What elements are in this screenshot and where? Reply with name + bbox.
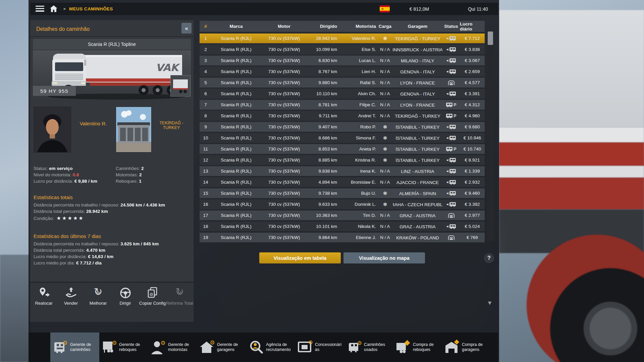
sell-icon — [57, 286, 85, 300]
nav-item-driver-manager[interactable]: ⚙Gerente de motoristas — [148, 333, 197, 362]
trailer-manager-icon: ⚙ — [101, 340, 117, 355]
truck-model-name: Scania R (RJL) Topline — [33, 39, 191, 50]
copy-config-button[interactable]: ⚙Copiar Config — [139, 286, 166, 322]
driver-name[interactable]: Valentino R. — [72, 121, 115, 126]
cell-brand: Scania R (RJL) — [212, 67, 261, 76]
truck-row-3[interactable]: 3Scania R (RJL)730 cv (537kW)6.830 kmLuc… — [200, 56, 485, 65]
parked-indicator: P — [453, 147, 456, 152]
cell-engine: 730 cv (537kW) — [261, 210, 308, 220]
truck-row-5[interactable]: 5Scania R (RJL)730 cv (537kW)9.880 kmRaf… — [200, 78, 485, 87]
menu-icon[interactable] — [36, 6, 44, 12]
truck-row-15[interactable]: 15Scania R (RJL)730 cv (537kW)9.738 kmBu… — [200, 188, 485, 198]
truck-row-4[interactable]: 4Scania R (RJL)730 cv (537kW)8.767 kmLie… — [200, 67, 485, 76]
truck-row-12[interactable]: 12Scania R (RJL)730 cv (537kW)8.885 kmKr… — [200, 155, 485, 165]
cell-brand: Scania R (RJL) — [212, 45, 261, 54]
total-stats-title: Estatísticas totais — [34, 194, 73, 200]
truck-row-1[interactable]: 1Scania R (RJL)730 cv (537kW)28.942 kmVa… — [200, 34, 485, 43]
cell-driver: Bronislaw E. — [341, 177, 377, 187]
cell-engine: 730 cv (537kW) — [261, 45, 308, 54]
parked-indicator: P — [453, 103, 456, 107]
cell-engine: 730 cv (537kW) — [261, 56, 308, 65]
nav-item-recruitment-agency[interactable]: Agência de recrutamento — [246, 333, 295, 362]
driver-photo — [34, 107, 71, 153]
help-button[interactable]: ? — [484, 253, 494, 263]
collapse-panel-button[interactable]: « — [181, 23, 192, 34]
drive-button[interactable]: Dirigir — [112, 286, 139, 322]
cell-cargo: N / A — [377, 56, 393, 65]
nav-item-dealers[interactable]: ⚙Concessionárias — [295, 333, 344, 362]
truck-row-18[interactable]: 18Scania R (RJL)730 cv (537kW)10.101 kmN… — [200, 222, 485, 231]
cell-engine: 730 cv (537kW) — [261, 111, 308, 121]
truck-row-7[interactable]: 7Scania R (RJL)730 cv (537kW)8.781 kmFil… — [200, 100, 485, 110]
cell-status: ◀ — [442, 166, 460, 176]
nav-item-label: Gerente de caminhões — [70, 342, 97, 352]
nav-item-garage-manager[interactable]: ⚙Gerente de garagens — [197, 333, 246, 362]
column-header-engine[interactable]: Motor — [261, 24, 308, 29]
map-view-button[interactable]: Visualização no mapa — [343, 252, 425, 263]
action-label: Realocar — [30, 301, 57, 306]
column-header-profit[interactable]: Lucro diário — [460, 21, 485, 32]
truck-row-13[interactable]: 13Scania R (RJL)730 cv (537kW)9.838 kmIr… — [200, 166, 485, 176]
truck-row-11[interactable]: 11Scania R (RJL)730 cv (537kW)8.853 kmAn… — [200, 144, 485, 154]
column-header-driven[interactable]: Dirigido — [308, 24, 341, 29]
column-header-status[interactable]: Status — [442, 24, 460, 29]
cell-driven: 28.942 km — [308, 34, 341, 43]
truck-row-16[interactable]: 16Scania R (RJL)730 cv (537kW)9.633 kmDo… — [200, 199, 485, 209]
truck-row-17[interactable]: 17Scania R (RJL)730 cv (537kW)10.363 kmT… — [200, 210, 485, 220]
cargo-na: N / A — [380, 169, 390, 174]
truck-row-9[interactable]: 9Scania R (RJL)730 cv (537kW)9.407 kmRob… — [200, 122, 485, 132]
column-header-num[interactable]: # — [200, 24, 212, 29]
chevron-down-icon[interactable]: ▾ — [485, 298, 494, 307]
column-header-garage[interactable]: Garagem — [393, 24, 442, 29]
truck-row-8[interactable]: 8Scania R (RJL)730 cv (537kW)9.711 kmAnd… — [200, 111, 485, 121]
nav-item-garage-purchase[interactable]: Compra de garagens — [442, 333, 491, 362]
svg-text:VAK: VAK — [156, 62, 180, 73]
nav-item-used-trucks[interactable]: ⚙Caminhões usados — [344, 333, 393, 362]
cell-num: 9 — [200, 122, 212, 132]
garage-trailers-line: Reboques:1 — [116, 179, 142, 184]
truck-row-19[interactable]: 19Scania R (RJL)730 cv (537kW)9.864 kmEt… — [200, 233, 485, 242]
column-header-driver[interactable]: Motorista — [341, 24, 377, 29]
truck-row-10[interactable]: 10Scania R (RJL)730 cv (537kW)8.686 kmSi… — [200, 133, 485, 143]
column-header-brand[interactable]: Marca — [212, 24, 261, 29]
relocate-button[interactable]: Realocar — [30, 286, 57, 322]
table-scrollbar-thumb[interactable] — [488, 32, 493, 45]
nav-item-trailer-manager[interactable]: ⚙Gerente de reboques — [99, 333, 148, 362]
home-icon[interactable] — [50, 5, 58, 12]
cell-cargo: N / A — [377, 233, 393, 242]
cell-garage: TEKIRDAĞ - TURKEY — [393, 111, 442, 121]
scene-wheel-rim — [584, 302, 637, 355]
nav-item-truck-manager[interactable]: ⚙Gerente de caminhões — [50, 333, 99, 362]
truck-row-6[interactable]: 6Scania R (RJL)730 cv (537kW)10.110 kmAl… — [200, 89, 485, 99]
cargo-na: N / A — [380, 91, 390, 96]
cell-engine: 730 cv (537kW) — [261, 177, 308, 187]
cell-status: ◀ — [442, 45, 460, 54]
cell-driven: 8.767 km — [308, 67, 341, 76]
truck-row-14[interactable]: 14Scania R (RJL)730 cv (537kW)4.894 kmBr… — [200, 177, 485, 187]
cell-profit: € 1.339 — [460, 166, 485, 176]
nav-item-trailer-purchase[interactable]: Compra de reboques — [393, 333, 442, 362]
garage-name[interactable]: TEKİRDAĞ - TURKEY — [152, 121, 191, 130]
nav-item-label: Gerente de garagens — [217, 342, 244, 352]
cell-profit: € 2.932 — [460, 177, 485, 187]
cell-profit: € 10.946 — [460, 133, 485, 143]
table-view-button[interactable]: Visualização em tabela — [259, 252, 341, 263]
enroute-arrow-icon: ◀ — [446, 170, 448, 173]
cell-brand: Scania R (RJL) — [212, 199, 261, 209]
column-header-cargo[interactable]: Carga — [377, 24, 393, 29]
breadcrumb[interactable]: MEUS CAMINHÕES — [69, 6, 113, 11]
enroute-arrow-icon: ◀ — [446, 37, 448, 40]
total-overhaul-button[interactable]: ↻⚒Reforma Total — [166, 286, 193, 322]
truck-row-2[interactable]: 2Scania R (RJL)730 cv (537kW)10.099 kmEl… — [200, 45, 485, 54]
truck-manager-icon: ⚙ — [52, 340, 68, 355]
sell-button[interactable]: Vender — [57, 286, 85, 322]
driver-level-line: Nível do motorista:0.8 — [34, 172, 79, 177]
used-trucks-icon: ⚙ — [346, 340, 362, 355]
trailer-thumbnail[interactable] — [170, 75, 191, 97]
recruitment-icon — [248, 340, 264, 355]
cell-garage: GRAZ - AUSTRIA — [393, 210, 442, 220]
enroute-arrow-icon: ◀ — [446, 92, 448, 95]
panel-title: Detalhes do caminhão — [36, 26, 90, 32]
upgrade-button[interactable]: ↻⚙Melhorar — [85, 286, 112, 322]
table-scrollbar-track[interactable] — [487, 30, 494, 241]
